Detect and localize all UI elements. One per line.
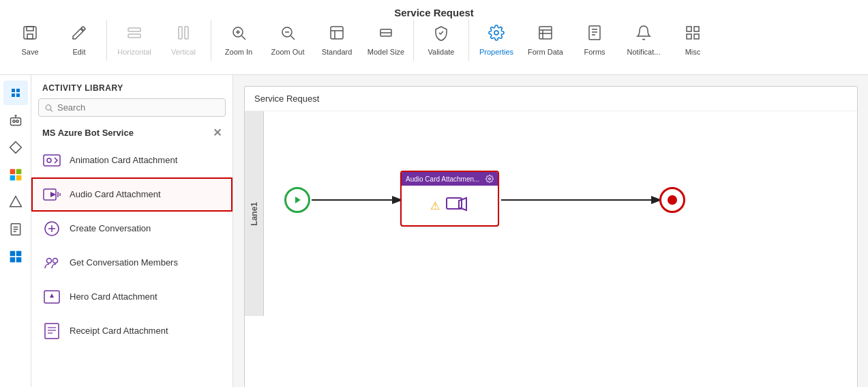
left-nav-add[interactable] bbox=[3, 81, 28, 105]
toolbar-properties[interactable]: Properties bbox=[472, 19, 521, 61]
toolbar-misc[interactable]: Misc bbox=[668, 19, 717, 61]
list-item-audio-card[interactable]: Audio Card Attachment bbox=[31, 177, 233, 212]
svg-rect-40 bbox=[10, 169, 15, 175]
svg-rect-52 bbox=[16, 257, 21, 263]
flow-arrows bbox=[264, 111, 857, 316]
toolbar-zoom-out[interactable]: Zoom Out bbox=[263, 19, 312, 61]
toolbar-model-size[interactable]: Model Size bbox=[361, 19, 410, 61]
library-list: Animation Card Attachment Audio Card Att… bbox=[31, 143, 233, 387]
create-conversation-label: Create Conversation bbox=[70, 223, 151, 235]
svg-rect-68 bbox=[45, 324, 59, 339]
svg-rect-3 bbox=[128, 28, 140, 31]
svg-rect-28 bbox=[687, 27, 691, 31]
notifications-icon bbox=[635, 25, 652, 45]
svg-rect-1 bbox=[27, 27, 33, 31]
validate-icon bbox=[433, 25, 449, 45]
hero-card-label: Hero Card Attachment bbox=[70, 291, 158, 303]
lane-area: Lane1 bbox=[245, 111, 857, 316]
svg-point-19 bbox=[494, 31, 498, 35]
activity-node[interactable]: Audio Card Attachmen... ⚠ bbox=[400, 171, 499, 227]
toolbar-form-data[interactable]: Form Data bbox=[521, 19, 570, 61]
node-header: Audio Card Attachmen... bbox=[402, 172, 498, 186]
lane-label-col: Lane1 bbox=[245, 111, 264, 316]
svg-line-54 bbox=[50, 109, 53, 111]
svg-rect-14 bbox=[331, 27, 343, 39]
toolbar-horizontal[interactable]: Horizontal bbox=[110, 19, 159, 61]
list-item-create-conversation[interactable]: Create Conversation bbox=[31, 212, 233, 246]
toolbar-zoom-in[interactable]: Zoom In bbox=[214, 19, 263, 61]
svg-rect-0 bbox=[24, 27, 36, 39]
svg-rect-4 bbox=[128, 34, 140, 38]
toolbar-notifications[interactable]: Notificat... bbox=[619, 19, 668, 61]
svg-line-13 bbox=[291, 35, 295, 40]
zoom-out-icon bbox=[280, 25, 296, 45]
category-header: MS Azure Bot Service ✕ bbox=[31, 122, 233, 143]
animation-card-icon bbox=[41, 149, 63, 171]
audio-card-icon bbox=[41, 184, 63, 205]
toolbar-save[interactable]: Save bbox=[5, 19, 55, 61]
left-nav bbox=[0, 75, 31, 387]
lane-content: Audio Card Attachmen... ⚠ bbox=[264, 111, 857, 316]
category-close-button[interactable]: ✕ bbox=[213, 126, 222, 139]
toolbar-vertical[interactable]: Vertical bbox=[159, 19, 208, 61]
search-box[interactable] bbox=[38, 98, 226, 117]
left-nav-drive[interactable] bbox=[3, 190, 28, 214]
list-item-hero-card[interactable]: Hero Card Attachment bbox=[31, 280, 233, 314]
animation-card-label: Animation Card Attachment bbox=[70, 155, 177, 167]
svg-marker-39 bbox=[10, 142, 21, 154]
audio-card-label: Audio Card Attachment bbox=[70, 189, 161, 201]
misc-icon bbox=[685, 25, 701, 45]
left-nav-diamond[interactable] bbox=[3, 135, 28, 160]
svg-rect-50 bbox=[16, 251, 21, 257]
svg-rect-5 bbox=[179, 27, 182, 39]
list-item-get-conversation[interactable]: Get Conversation Members bbox=[31, 246, 233, 280]
svg-point-37 bbox=[12, 120, 14, 122]
get-conversation-label: Get Conversation Members bbox=[70, 257, 178, 269]
search-input[interactable] bbox=[57, 102, 220, 113]
search-icon bbox=[44, 103, 53, 113]
toolbar-validate[interactable]: Validate bbox=[417, 19, 466, 61]
get-conversation-icon bbox=[41, 252, 63, 274]
left-nav-doc[interactable] bbox=[3, 217, 28, 242]
start-node[interactable] bbox=[284, 187, 310, 213]
toolbar-standard[interactable]: Standard bbox=[312, 19, 361, 61]
save-icon bbox=[22, 25, 38, 45]
sep4 bbox=[468, 20, 469, 61]
left-nav-bot[interactable] bbox=[3, 108, 28, 132]
standard-icon bbox=[329, 25, 345, 45]
list-item-receipt-card[interactable]: Receipt Card Attachment bbox=[31, 314, 233, 348]
forms-icon bbox=[586, 25, 603, 45]
svg-point-75 bbox=[489, 178, 491, 180]
canvas-area[interactable]: Service Request Lane1 bbox=[233, 75, 868, 387]
end-node[interactable] bbox=[659, 187, 685, 213]
vertical-icon bbox=[175, 25, 192, 45]
svg-rect-35 bbox=[16, 94, 20, 97]
left-nav-office[interactable] bbox=[3, 162, 28, 187]
svg-marker-67 bbox=[50, 293, 54, 298]
svg-rect-49 bbox=[10, 251, 15, 257]
svg-rect-31 bbox=[694, 34, 699, 39]
node-settings-icon[interactable] bbox=[485, 175, 494, 183]
svg-rect-29 bbox=[694, 27, 699, 31]
horizontal-icon bbox=[126, 25, 143, 45]
receipt-card-label: Receipt Card Attachment bbox=[70, 326, 168, 337]
left-nav-grid[interactable] bbox=[3, 244, 28, 269]
model-size-icon bbox=[378, 25, 394, 45]
main-layout: ACTIVITY LIBRARY MS Azure Bot Service ✕ bbox=[0, 75, 868, 387]
svg-marker-77 bbox=[459, 198, 466, 210]
svg-marker-44 bbox=[10, 197, 21, 207]
node-main-icon bbox=[444, 192, 470, 218]
hero-card-icon bbox=[41, 286, 63, 308]
svg-point-65 bbox=[53, 259, 58, 263]
library-header: ACTIVITY LIBRARY bbox=[31, 75, 233, 98]
create-conversation-icon bbox=[41, 218, 63, 240]
toolbar-forms[interactable]: Forms bbox=[570, 19, 619, 61]
svg-point-53 bbox=[46, 104, 51, 110]
svg-rect-33 bbox=[16, 89, 20, 92]
svg-rect-34 bbox=[12, 94, 15, 97]
toolbar-edit[interactable]: Edit bbox=[55, 19, 104, 61]
properties-icon bbox=[488, 25, 505, 45]
list-item-animation-card[interactable]: Animation Card Attachment bbox=[31, 143, 233, 177]
svg-rect-20 bbox=[539, 27, 552, 39]
svg-marker-58 bbox=[50, 192, 56, 197]
